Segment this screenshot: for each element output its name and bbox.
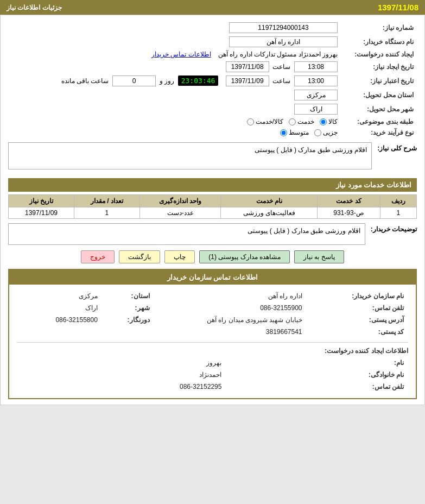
creator-contact-link[interactable]: اطلاعات تماس خریدار	[151, 51, 211, 58]
last-name-value: احمدنژاد	[17, 369, 226, 381]
category-option-kala-khedmat: کالا/خدمت	[247, 118, 283, 125]
row-date: 1397/11/09	[9, 207, 74, 219]
buyer-notes-box: اقلام ورزشی طبق مدارک ( فایل ) پیوستی	[8, 223, 365, 245]
creator-name: بهروز احمدنژاد مسئول تدارکات اداره راه آ…	[218, 51, 338, 58]
expiry-date-input: 1397/11/09	[226, 75, 269, 86]
back-button[interactable]: بازگشت	[119, 250, 160, 263]
general-desc-label: شرح کلی نیاز:	[377, 144, 417, 152]
timer-suffix: ساعت باقی مانده	[61, 77, 109, 85]
first-name-label: نام:	[226, 357, 408, 369]
category-label-kala-khedmat: کالا/خدمت	[256, 118, 283, 125]
category-option-kala: کالا	[320, 118, 338, 125]
date-stamp: 1397/11/08	[378, 3, 418, 12]
creator-label: ایجاد کننده درخواست:	[341, 49, 417, 60]
purchase-type-radio-group: متوسط جزیی	[280, 129, 338, 136]
buyer-org-label: نام دستگاه خریدار:	[341, 35, 417, 49]
city-value: اراک	[17, 302, 102, 314]
fax-label: دورنگار:	[102, 314, 154, 326]
purchase-type-radio-medium[interactable]	[280, 129, 287, 136]
general-description-box: اقلام ورزشی طبق مدارک ( فایل ) پیوستی	[8, 142, 372, 169]
action-buttons: خروج بازگشت چاپ مشاهده مدارک پیوستی (1) …	[8, 250, 417, 263]
row-name: فعالیت‌های ورزشی	[221, 207, 318, 219]
col-qty: تعداد / مقدار	[74, 195, 139, 207]
purchase-type-row: متوسط جزیی	[8, 127, 341, 138]
creation-time-label: ساعت	[272, 63, 290, 71]
row-quantity: 1	[74, 207, 139, 219]
delivery-city-value: اراک	[8, 102, 341, 116]
contact-phone-value: 086-32152295	[17, 381, 226, 393]
expiry-time-label: ساعت	[272, 77, 290, 85]
first-name-value: بهروز	[17, 357, 226, 369]
contact-section: اطلاعات تماس سازمان خریدار نام سازمان خر…	[8, 269, 417, 399]
province-label: استان:	[102, 290, 154, 302]
need-number-value: 11971294000143	[8, 21, 341, 35]
page-title: جزئیات اطلاعات نیاز	[7, 4, 62, 11]
creation-date-label: تاریخ ایجاد نیاز:	[341, 60, 417, 74]
delivery-province-label: استان محل تحویل:	[341, 88, 417, 102]
timer-days-input: 0	[112, 75, 156, 86]
col-date: تاریخ نیاز	[9, 195, 74, 207]
need-number-input: 11971294000143	[229, 22, 338, 33]
delivery-province-value: مرکزی	[8, 88, 341, 102]
timer-days-label: روز و	[160, 77, 174, 85]
col-row: ردیف	[380, 195, 416, 207]
org-name-label: نام سازمان خریدار:	[307, 290, 408, 302]
contact-phone-label: تلفن تماس:	[226, 381, 408, 393]
delivery-city-label: شهر محل تحویل:	[341, 102, 417, 116]
category-radio-group: کالا/خدمت خدمت کالا	[247, 118, 338, 125]
category-row: کالا/خدمت خدمت کالا	[8, 116, 341, 127]
fax-value: 086-32155800	[17, 314, 102, 326]
row-num: 1	[380, 207, 416, 219]
contact-divider	[17, 342, 408, 343]
contact-header: اطلاعات تماس سازمان خریدار	[9, 270, 416, 285]
purchase-type-radio-minor[interactable]	[314, 129, 321, 136]
category-radio-kala[interactable]	[320, 118, 327, 125]
contact-body: نام سازمان خریدار: اداره راه آهن استان: …	[9, 285, 416, 398]
address-label: آدرس پستی:	[307, 314, 408, 326]
purchase-type-label-minor: جزیی	[323, 129, 338, 136]
purchase-type-option-minor: جزیی	[314, 129, 338, 136]
services-section-header: اطلاعات خدمات مورد نیاز	[8, 178, 417, 192]
address-value: خیابان شهید شیرودی میدان راه آهن	[154, 314, 307, 326]
creation-date-row: 13:08 ساعت 1397/11/08	[8, 60, 341, 74]
creator-value: بهروز احمدنژاد مسئول تدارکات اداره راه آ…	[8, 49, 341, 60]
row-unit: عدد-دست	[139, 207, 221, 219]
timer-display: 23:03:46	[178, 75, 219, 86]
postal-code-label: کد پستی:	[307, 326, 408, 338]
creation-date-input: 1397/11/08	[226, 61, 269, 72]
reply-button[interactable]: پاسخ به نیاز	[294, 250, 344, 263]
delivery-province-input: مرکزی	[294, 90, 338, 100]
expiry-date-row: 13:00 ساعت 1397/11/09 23:03:46 روز و 0 س…	[8, 74, 341, 88]
creation-time-input: 13:08	[294, 61, 338, 72]
purchase-type-label-medium: متوسط	[289, 129, 309, 136]
postal-code-value: 3819667541	[187, 326, 307, 338]
creator-sub-header: اطلاعات ایجاد کننده درخواست:	[17, 347, 408, 355]
general-description-value: اقلام ورزشی طبق مدارک ( فایل ) پیوستی	[255, 146, 367, 154]
delivery-city-input: اراک	[294, 104, 338, 115]
info-table: شماره نیاز: 11971294000143 نام دستگاه خر…	[8, 21, 417, 138]
buyer-notes-label: توضیحات خریدار:	[371, 225, 417, 233]
expiry-time-input: 13:00	[294, 75, 338, 86]
category-label-khedmat: خدمت	[297, 118, 314, 125]
view-attachments-button[interactable]: مشاهده مدارک پیوستی (1)	[199, 250, 290, 263]
phone-label: تلفن تماس:	[307, 302, 408, 314]
purchase-type-label: نوع فرآیند خرید:	[341, 127, 417, 138]
category-label-kala: کالا	[328, 118, 338, 125]
province-value: مرکزی	[17, 290, 102, 302]
col-unit: واحد اندازه‌گیری	[139, 195, 221, 207]
category-option-khedmat: خدمت	[289, 118, 314, 125]
table-row: 1 ص-93-931 فعالیت‌های ورزشی عدد-دست 1 13…	[9, 207, 417, 219]
org-name-value: اداره راه آهن	[187, 290, 307, 302]
category-radio-khedmat[interactable]	[289, 118, 296, 125]
col-name: نام خدمت	[221, 195, 318, 207]
col-code: کد خدمت	[318, 195, 380, 207]
services-table: ردیف کد خدمت نام خدمت واحد اندازه‌گیری ت…	[8, 194, 417, 219]
city-label: شهر:	[102, 302, 154, 314]
main-container: شماره نیاز: 11971294000143 نام دستگاه خر…	[0, 15, 425, 405]
row-code: ص-93-931	[318, 207, 380, 219]
category-radio-kala-khedmat[interactable]	[247, 118, 254, 125]
exit-button[interactable]: خروج	[81, 250, 115, 263]
top-bar: 1397/11/08 جزئیات اطلاعات نیاز	[0, 0, 425, 15]
creator-contact-table: نام: بهروز نام خانوادگی: احمدنژاد تلفن ت…	[17, 357, 408, 393]
print-button[interactable]: چاپ	[164, 250, 195, 263]
